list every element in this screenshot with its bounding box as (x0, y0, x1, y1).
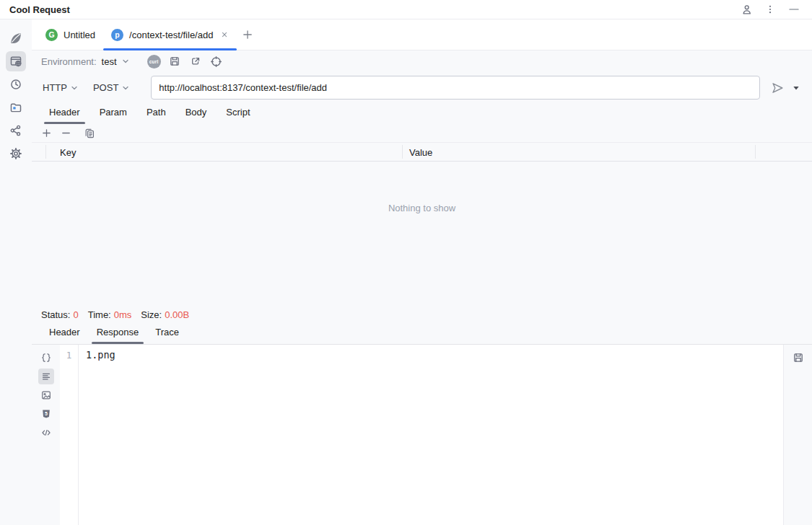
gear-icon (9, 147, 22, 160)
more-menu-button[interactable] (762, 1, 778, 17)
view-text-button[interactable] (38, 369, 54, 384)
close-tab-button[interactable] (220, 30, 229, 39)
header-table-body: Nothing to show (32, 162, 812, 306)
tab-param[interactable]: Param (92, 103, 134, 124)
file-tab-label: Untitled (64, 30, 95, 40)
navigate-to-code-button[interactable] (209, 54, 224, 69)
chevron-down-icon (121, 57, 130, 66)
curl-export-button[interactable]: curl (147, 55, 161, 69)
time-value: 0ms (114, 309, 132, 320)
response-time: Time: 0ms (88, 309, 132, 320)
chevron-down-icon (70, 84, 79, 92)
remove-row-button[interactable] (58, 126, 73, 141)
sidebar-selected-highlight (6, 51, 26, 71)
save-request-button[interactable] (167, 54, 182, 69)
image-icon (40, 389, 52, 401)
open-in-browser-button[interactable] (188, 54, 203, 69)
sidebar-item-history[interactable] (4, 73, 27, 96)
environment-value[interactable]: test (102, 56, 117, 67)
sidebar-item-share[interactable] (4, 119, 27, 142)
sidebar-item-collections[interactable] (4, 96, 27, 119)
response-body-text: 1.png (86, 349, 115, 361)
time-label: Time: (88, 309, 111, 320)
status-value: 0 (73, 309, 78, 320)
column-divider (45, 145, 46, 159)
new-tab-button[interactable] (237, 19, 258, 50)
view-html-button[interactable]: 5 (38, 406, 54, 422)
size-label: Size: (141, 309, 162, 320)
protocol-select[interactable]: HTTP (39, 82, 82, 93)
tab-response-header[interactable]: Header (42, 323, 87, 344)
send-plane-icon (770, 81, 785, 95)
svg-text:5: 5 (45, 411, 48, 416)
response-tabs: Header Response Trace (32, 323, 812, 344)
view-json-button[interactable] (38, 350, 54, 366)
response-status: Status: 0 (41, 309, 79, 320)
text-lines-icon (40, 371, 52, 382)
column-divider[interactable] (755, 145, 756, 159)
sidebar-item-spring[interactable] (4, 27, 27, 50)
tab-header[interactable]: Header (42, 103, 87, 124)
code-icon (40, 427, 52, 438)
tab-path[interactable]: Path (139, 103, 173, 124)
caret-down-icon (793, 84, 800, 92)
user-icon (741, 4, 753, 16)
tab-script[interactable]: Script (219, 103, 257, 124)
editor-line-number-gutter: 1 (60, 345, 79, 525)
minus-icon (61, 128, 71, 138)
window-title: Cool Request (9, 4, 70, 15)
file-tab-context-test[interactable]: p /context-test/file/add (103, 19, 237, 50)
environment-label: Environment: (41, 56, 97, 67)
size-value: 0.00B (165, 309, 189, 320)
copy-rows-button[interactable] (82, 126, 97, 141)
view-image-button[interactable] (38, 387, 54, 403)
titlebar-actions (738, 1, 802, 17)
response-view-switcher: 5 (32, 345, 60, 525)
add-row-button[interactable] (39, 126, 53, 141)
hide-panel-button[interactable] (786, 1, 802, 17)
clock-icon (9, 78, 22, 91)
environment-actions: curl (147, 54, 224, 69)
file-tab-untitled[interactable]: G Untitled (38, 19, 103, 50)
account-button[interactable] (738, 1, 754, 17)
file-tab-label: /context-test/file/add (129, 30, 213, 40)
status-label: Status: (41, 309, 70, 320)
floppy-save-icon (793, 352, 804, 363)
tab-response[interactable]: Response (90, 323, 147, 344)
send-options-button[interactable] (789, 81, 803, 95)
response-status-row: Status: 0 Time: 0ms Size: 0.00B (32, 306, 812, 323)
file-tab-strip: G Untitled p /context-test/file/add (32, 19, 812, 50)
plus-icon (41, 128, 52, 138)
get-method-badge: G (45, 29, 58, 41)
external-link-icon (190, 56, 201, 67)
sidebar-item-settings[interactable] (4, 142, 27, 165)
tab-body[interactable]: Body (178, 103, 214, 124)
editor-right-gutter (783, 345, 812, 525)
response-editor: 5 1 1.png (32, 344, 812, 525)
key-column-header: Key (60, 146, 76, 157)
editor-content[interactable]: 1.png (79, 345, 783, 525)
header-table-toolbar (32, 124, 812, 142)
url-input[interactable] (151, 76, 760, 100)
tab-trace[interactable]: Trace (148, 323, 186, 344)
environment-row: Environment: test curl (32, 50, 812, 72)
sidebar-item-api-requests[interactable] (4, 50, 27, 73)
html5-icon: 5 (40, 408, 52, 420)
view-code-button[interactable] (38, 425, 54, 441)
download-response-button[interactable] (793, 352, 804, 363)
method-select[interactable]: POST (90, 82, 134, 93)
environment-dropdown[interactable] (121, 57, 130, 66)
share-network-icon (9, 124, 22, 137)
request-tabs: Header Param Path Body Script (32, 103, 812, 124)
header-table-head: Key Value (32, 142, 812, 162)
close-icon (220, 30, 229, 39)
minimize-icon (787, 3, 800, 16)
send-request-button[interactable] (766, 76, 789, 100)
app-body: G Untitled p /context-test/file/add E (0, 19, 812, 525)
protocol-value: HTTP (43, 82, 67, 93)
column-divider[interactable] (402, 145, 403, 159)
target-locate-icon (210, 56, 222, 68)
kebab-menu-icon (764, 4, 776, 15)
method-value: POST (93, 82, 118, 93)
request-bar: HTTP POST (32, 72, 812, 103)
